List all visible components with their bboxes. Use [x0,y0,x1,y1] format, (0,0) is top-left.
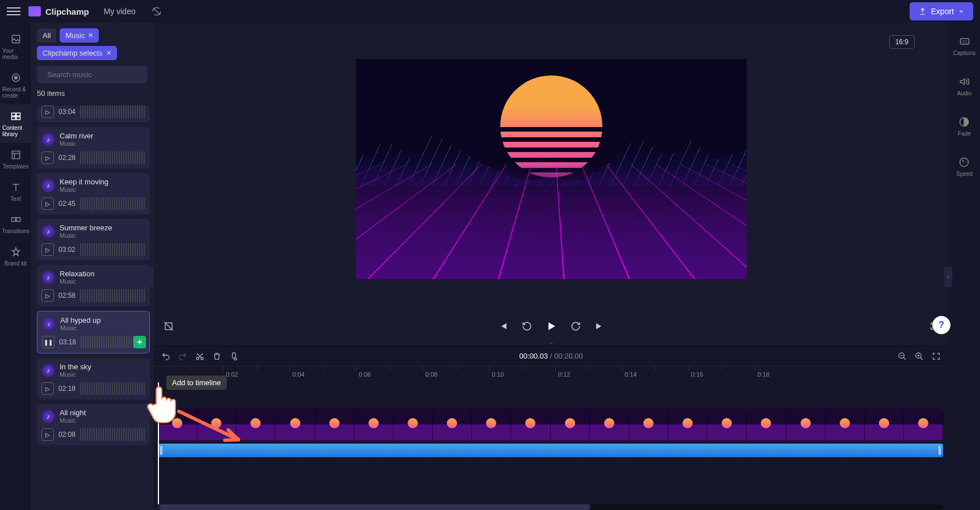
nav-library[interactable]: Content library [0,104,31,143]
skip-back-icon[interactable] [498,321,508,331]
music-duration: 02:28 [58,154,76,162]
add-to-timeline-button[interactable]: + [133,336,146,348]
svg-rect-5 [11,117,15,120]
play-icon[interactable]: ▷ [41,382,54,395]
chip-music[interactable]: Music✕ [60,28,99,43]
transitions-icon [10,213,22,226]
play-icon[interactable]: ▷ [41,243,54,256]
video-preview[interactable] [356,59,747,279]
svg-rect-8 [11,218,15,222]
delete-icon[interactable] [212,352,221,361]
rewind-icon[interactable] [522,321,532,331]
menu-button[interactable] [7,5,20,18]
collapse-right-button[interactable]: › [944,267,952,287]
play-icon[interactable]: ▷ [41,289,54,302]
ruler-mark: 0:16 [688,366,703,371]
music-item[interactable]: ♪In the skyMusic▷02:18 [37,358,150,399]
music-note-icon: ♪ [41,410,55,423]
music-item[interactable]: ♪RelaxationMusic▷02:58 [37,265,150,306]
help-button[interactable]: ? [932,316,950,334]
nav-brand[interactable]: Brand kit [0,240,31,272]
timeline-toolbar: 00:00.03 / 00:20.00 [153,346,949,366]
forward-icon[interactable] [571,321,581,331]
music-item[interactable]: ♪Calm riverMusic▷02:28 [37,127,150,168]
music-item[interactable]: ♪Keep it movingMusic▷02:45 [37,173,150,214]
play-icon[interactable]: ▷ [41,197,54,210]
music-duration: 03:18 [59,338,76,346]
export-button[interactable]: Export [910,2,973,20]
nav-templates[interactable]: Templates [0,143,31,175]
pause-icon[interactable]: ❚❚ [42,336,55,348]
nav-record[interactable]: Record & create [0,66,31,104]
chip-all[interactable]: All [37,28,56,43]
svg-rect-14 [232,353,235,358]
playhead[interactable] [158,382,159,504]
music-title: Keep it moving [60,178,108,186]
zoom-in-icon[interactable] [915,352,924,361]
play-button[interactable] [546,321,557,332]
music-item[interactable]: ▷ 03:04 [37,106,150,123]
waveform-icon [80,428,145,441]
music-item[interactable]: ♪Summer breezeMusic▷03:02 [37,219,150,260]
music-item[interactable]: ♪All hyped upMusic❚❚03:18+ [37,311,150,353]
rightnav-fade[interactable]: Fade [956,111,973,141]
close-icon[interactable]: ✕ [106,49,111,57]
chevron-down-icon [958,9,964,14]
add-to-timeline-tooltip: Add to timeline [166,376,227,390]
svg-rect-6 [16,117,20,120]
aspect-ratio-button[interactable]: 16:9 [889,35,915,49]
music-list[interactable]: ▷ 03:04 ♪Calm riverMusic▷02:28♪Keep it m… [37,101,153,504]
ruler-mark: 0:04 [290,366,304,371]
timeline-tracks[interactable] [157,382,949,504]
music-note-icon: ♪ [41,364,55,377]
rightnav-audio[interactable]: Audio [955,71,974,101]
waveform-icon [80,106,145,118]
search-box[interactable] [37,66,148,83]
timeline-scrollbar[interactable] [159,504,943,510]
app-logo[interactable]: Clipchamp [28,6,89,16]
timeline-ruler[interactable]: 0:020:040:060:080:100:120:140:160:18 [157,366,949,382]
rightnav-speed[interactable]: Speed [954,151,975,182]
audio-track-clip[interactable] [158,444,943,457]
play-icon[interactable]: ▷ [41,428,54,441]
chip-selects[interactable]: Clipchamp selects✕ [37,46,117,60]
music-duration: 02:45 [58,200,76,208]
export-label: Export [931,7,954,16]
zoom-fit-icon[interactable] [932,352,941,361]
split-icon[interactable] [229,352,238,361]
play-icon[interactable]: ▷ [41,106,54,118]
content-sidebar: All Music✕ Clipchamp selects✕ 50 items ▷… [31,23,153,510]
zoom-out-icon[interactable] [898,352,907,361]
scrollbar-thumb[interactable] [159,504,590,510]
search-input[interactable] [47,70,143,79]
crop-icon[interactable] [164,321,174,331]
timeline-time: 00:00.03 / 00:20.00 [519,352,583,360]
music-item[interactable]: ♪All nightMusic▷02:08 [37,404,150,445]
cut-icon[interactable] [195,352,204,361]
filter-chips: All Music✕ Clipchamp selects✕ [37,28,153,60]
undo-button[interactable] [161,352,170,361]
music-note-icon: ♪ [41,271,55,284]
skip-forward-icon[interactable] [594,321,605,331]
svg-point-2 [14,77,17,79]
nav-text[interactable]: Text [0,175,31,208]
music-note-icon: ♪ [42,317,56,331]
music-note-icon: ♪ [41,225,55,238]
rightnav-cc[interactable]: CCCaptions [951,31,978,61]
play-icon[interactable]: ▷ [41,151,54,164]
ruler-mark: 0:10 [489,366,504,371]
nav-transitions[interactable]: Transitions [0,208,31,240]
audio-icon [958,75,970,88]
video-track-clip[interactable] [158,408,943,440]
nav-media[interactable]: Your media [0,27,31,66]
cc-icon: CC [958,35,971,48]
sync-off-icon[interactable] [152,6,162,16]
project-title[interactable]: My video [104,7,136,16]
redo-button[interactable] [178,352,187,361]
item-count: 50 items [37,89,153,98]
expand-timeline-button[interactable]: ⌄ [153,338,949,345]
logo-icon [28,6,41,16]
ruler-mark: 0:14 [622,366,636,371]
music-category: Music [60,417,86,424]
close-icon[interactable]: ✕ [88,32,93,39]
